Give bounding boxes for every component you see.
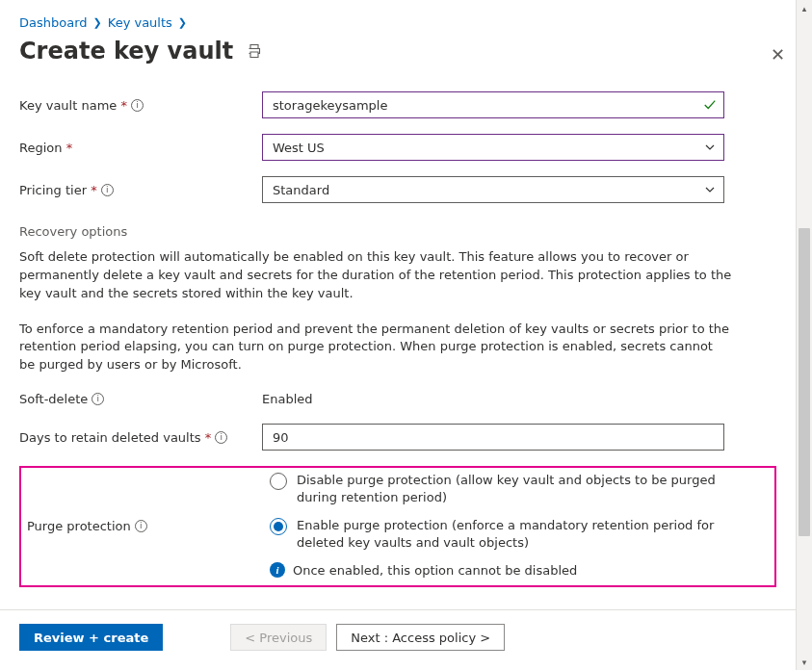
check-icon — [703, 98, 717, 112]
chevron-down-icon — [704, 142, 716, 153]
info-icon[interactable]: i — [135, 520, 147, 532]
tier-label: Pricing tier * — [19, 183, 97, 197]
chevron-right-icon: ❯ — [93, 16, 102, 29]
days-input[interactable] — [262, 424, 724, 451]
purge-option-enable-label: Enable purge protection (enforce a manda… — [297, 517, 732, 551]
wizard-footer: Review + create < Previous Next : Access… — [0, 609, 796, 670]
soft-delete-label: Soft-delete — [19, 392, 88, 406]
breadcrumb-link-dashboard[interactable]: Dashboard — [19, 15, 88, 30]
breadcrumb-link-keyvaults[interactable]: Key vaults — [108, 15, 172, 30]
purge-highlight: Purge protection i Disable purge protect… — [19, 466, 776, 587]
purge-note: Once enabled, this option cannot be disa… — [293, 563, 577, 578]
radio-icon — [270, 518, 287, 535]
info-icon[interactable]: i — [92, 393, 104, 405]
soft-delete-value: Enabled — [262, 392, 313, 406]
region-selected-value: West US — [273, 141, 325, 155]
recovery-heading: Recovery options — [19, 224, 776, 239]
chevron-down-icon — [704, 184, 716, 195]
recovery-paragraph-2: To enforce a mandatory retention period … — [19, 321, 732, 375]
purge-radio-disable[interactable]: Disable purge protection (allow key vaul… — [270, 472, 732, 505]
name-label: Key vault name * — [19, 98, 127, 113]
vertical-scrollbar[interactable]: ▴ ▾ — [796, 0, 812, 670]
recovery-paragraph-1: Soft delete protection will automaticall… — [19, 248, 732, 303]
purge-option-disable-label: Disable purge protection (allow key vaul… — [297, 472, 732, 505]
print-icon[interactable] — [247, 43, 262, 59]
days-label: Days to retain deleted vaults * — [19, 430, 211, 445]
region-label: Region * — [19, 141, 72, 155]
scroll-down-arrow-icon[interactable]: ▾ — [797, 654, 812, 670]
page-title: Create key vault — [19, 38, 233, 64]
scroll-track[interactable] — [797, 16, 812, 654]
info-filled-icon: i — [270, 562, 285, 578]
review-create-button[interactable]: Review + create — [19, 624, 163, 651]
previous-button: < Previous — [230, 624, 327, 651]
close-icon[interactable]: ✕ — [771, 44, 785, 64]
info-icon[interactable]: i — [215, 431, 227, 444]
scroll-thumb[interactable] — [799, 228, 810, 536]
info-icon[interactable]: i — [131, 99, 144, 112]
purge-label: Purge protection — [27, 519, 131, 533]
breadcrumb: Dashboard ❯ Key vaults ❯ — [19, 15, 776, 30]
svg-rect-0 — [250, 45, 258, 49]
info-icon[interactable]: i — [101, 184, 114, 196]
radio-icon — [270, 473, 287, 490]
tier-select[interactable]: Standard — [262, 176, 724, 203]
next-button[interactable]: Next : Access policy > — [336, 624, 505, 651]
tier-selected-value: Standard — [273, 183, 329, 197]
purge-radio-enable[interactable]: Enable purge protection (enforce a manda… — [270, 517, 732, 551]
region-select[interactable]: West US — [262, 134, 724, 161]
scroll-up-arrow-icon[interactable]: ▴ — [797, 0, 812, 16]
name-input[interactable] — [262, 91, 724, 118]
chevron-right-icon: ❯ — [178, 16, 187, 29]
